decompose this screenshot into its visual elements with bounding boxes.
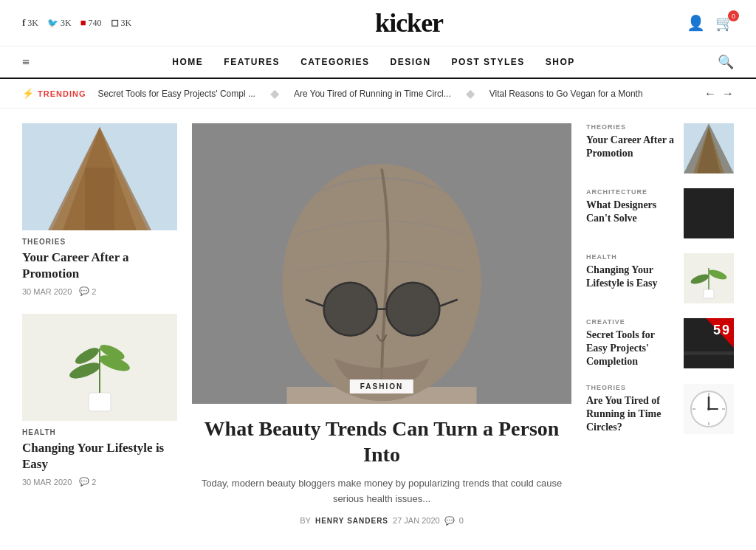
left-card-2-image[interactable] xyxy=(22,314,177,421)
trending-items: Secret Tools for Easy Projects' Compl ..… xyxy=(97,86,693,100)
right-card-3-image[interactable] xyxy=(684,253,734,303)
author-prefix: BY xyxy=(300,516,311,525)
svg-point-6 xyxy=(68,360,103,382)
right-card-5-title[interactable]: Are You Tired of Running in Time Circles… xyxy=(586,394,675,435)
youtube-link[interactable]: ■ 740 xyxy=(80,17,102,29)
right-card-2-category: ARCHITECTURE xyxy=(586,188,675,196)
facebook-icon: f xyxy=(22,17,25,29)
right-card-4-text: CREATIVE Secret Tools for Easy Projects'… xyxy=(586,318,675,369)
menu-icon[interactable]: ≡ xyxy=(22,55,30,70)
rarch-svg xyxy=(684,123,734,173)
youtube-count: 740 xyxy=(89,18,102,29)
hero-title[interactable]: What Beauty Trends Can Turn a Person Int… xyxy=(192,416,571,467)
svg-rect-22 xyxy=(704,289,714,298)
trend-prev-arrow[interactable]: ← xyxy=(704,87,716,100)
twitter-link[interactable]: 🐦 3K xyxy=(47,18,72,29)
hero-comment-icon: 💬 xyxy=(444,516,455,526)
trending-sep-1: ◆ xyxy=(270,86,279,100)
left-card-1-category: THEORIES xyxy=(22,238,177,246)
instagram-count: 3K xyxy=(121,18,132,29)
right-card-4-category: CREATIVE xyxy=(586,318,675,326)
right-card-1-category: THEORIES xyxy=(586,123,675,131)
svg-point-24 xyxy=(690,272,710,286)
right-card-1-text: THEORIES Your Career After a Promotion xyxy=(586,123,675,160)
svg-point-25 xyxy=(707,268,727,281)
hero-category-badge: FASHION xyxy=(350,379,413,393)
top-bar: f 3K 🐦 3K ■ 740 ◻ 3K kicker 👤 🛒 0 xyxy=(0,0,756,47)
youtube-icon: ■ xyxy=(80,17,86,29)
right-card-4-title[interactable]: Secret Tools for Easy Projects' Completi… xyxy=(586,329,675,369)
left-card-1-meta: 30 MAR 2020 💬 2 xyxy=(22,286,177,296)
top-right-icons: 👤 🛒 0 xyxy=(687,14,734,32)
main-nav: ≡ HOME FEATURES CATEGORIES DESIGN POST S… xyxy=(0,47,756,79)
facebook-count: 3K xyxy=(27,18,38,29)
svg-rect-19 xyxy=(684,123,734,173)
trending-label: ⚡ TRENDING xyxy=(22,88,86,99)
user-icon[interactable]: 👤 xyxy=(687,14,705,32)
nav-shop[interactable]: SHOP xyxy=(546,57,575,67)
instagram-icon: ◻ xyxy=(111,17,119,29)
content-area: THEORIES Your Career After a Promotion 3… xyxy=(0,109,756,540)
nav-post-styles[interactable]: POST STYLES xyxy=(452,57,525,67)
left-column: THEORIES Your Career After a Promotion 3… xyxy=(22,123,177,526)
nav-categories[interactable]: CATEGORIES xyxy=(300,57,369,67)
trending-sep-2: ◆ xyxy=(466,86,475,100)
clock-svg xyxy=(690,390,728,428)
search-icon[interactable]: 🔍 xyxy=(718,54,734,70)
cart-count: 0 xyxy=(728,10,739,21)
nav-design[interactable]: DESIGN xyxy=(391,57,431,67)
svg-marker-1 xyxy=(52,127,148,230)
left-card-1-image[interactable] xyxy=(22,123,177,230)
right-column: THEORIES Your Career After a Promotion A… xyxy=(586,123,734,526)
hero-svg xyxy=(192,123,571,404)
left-card-2-meta: 30 MAR 2020 💬 2 xyxy=(22,477,177,487)
right-card-5-category: THEORIES xyxy=(586,384,675,391)
plant-svg xyxy=(66,326,133,415)
right-card-2-text: ARCHITECTURE What Designers Can't Solve xyxy=(586,188,675,225)
left-card-1-title[interactable]: Your Career After a Promotion xyxy=(22,250,177,282)
left-card-1: THEORIES Your Career After a Promotion 3… xyxy=(22,123,177,296)
left-card-1-comments: 💬 2 xyxy=(79,286,96,296)
right-card-5-image[interactable] xyxy=(684,384,734,434)
svg-marker-2 xyxy=(63,127,137,230)
hero-image[interactable]: FASHION xyxy=(192,123,571,404)
left-card-2: HEALTH Changing Your Lifestyle is Easy 3… xyxy=(22,314,177,487)
comment-count-2: 2 xyxy=(92,478,96,487)
author-name[interactable]: HENRY SANDERS xyxy=(315,517,388,525)
right-card-4-image[interactable]: 5 9 xyxy=(684,318,734,368)
svg-text:9: 9 xyxy=(722,323,729,337)
right-card-2-title[interactable]: What Designers Can't Solve xyxy=(586,199,675,225)
right-card-3-text: HEALTH Changing Your Lifestyle is Easy xyxy=(586,253,675,290)
hero-author-line: BY HENRY SANDERS 27 JAN 2020 💬 0 xyxy=(192,516,571,526)
hero-comments: 0 xyxy=(459,516,464,525)
trend-next-arrow[interactable]: → xyxy=(722,87,734,100)
center-column: FASHION What Beauty Trends Can Turn a Pe… xyxy=(192,123,571,526)
nav-home[interactable]: HOME xyxy=(172,57,203,67)
right-card-4: CREATIVE Secret Tools for Easy Projects'… xyxy=(586,318,734,369)
twitter-count: 3K xyxy=(61,18,72,29)
arch-svg xyxy=(22,123,177,230)
instagram-link[interactable]: ◻ 3K xyxy=(111,17,132,29)
right-card-1-title[interactable]: Your Career After a Promotion xyxy=(586,134,675,160)
cart-icon[interactable]: 🛒 0 xyxy=(715,14,734,32)
trending-item-1[interactable]: Secret Tools for Easy Projects' Compl ..… xyxy=(97,89,255,99)
social-links: f 3K 🐦 3K ■ 740 ◻ 3K xyxy=(22,17,131,29)
trending-item-3[interactable]: Vital Reasons to Go Vegan for a Month xyxy=(489,89,643,99)
trending-text: TRENDING xyxy=(38,89,86,98)
rplant-svg xyxy=(690,257,727,300)
trending-item-2[interactable]: Are You Tired of Running in Time Circl..… xyxy=(294,89,451,99)
nav-links: HOME FEATURES CATEGORIES DESIGN POST STY… xyxy=(172,57,574,67)
right-card-2-image[interactable] xyxy=(684,188,734,238)
left-card-2-title[interactable]: Changing Your Lifestyle is Easy xyxy=(22,440,177,472)
svg-marker-21 xyxy=(697,127,721,173)
right-card-3: HEALTH Changing Your Lifestyle is Easy xyxy=(586,253,734,303)
hero-date: 27 JAN 2020 xyxy=(393,516,440,525)
right-card-1-image[interactable] xyxy=(684,123,734,173)
right-card-3-title[interactable]: Changing Your Lifestyle is Easy xyxy=(586,264,675,290)
nav-features[interactable]: FEATURES xyxy=(224,57,280,67)
comment-icon-2: 💬 xyxy=(79,477,89,487)
svg-point-14 xyxy=(324,283,377,336)
facebook-link[interactable]: f 3K xyxy=(22,17,38,29)
comment-count-1: 2 xyxy=(92,287,96,296)
right-card-1: THEORIES Your Career After a Promotion xyxy=(586,123,734,173)
